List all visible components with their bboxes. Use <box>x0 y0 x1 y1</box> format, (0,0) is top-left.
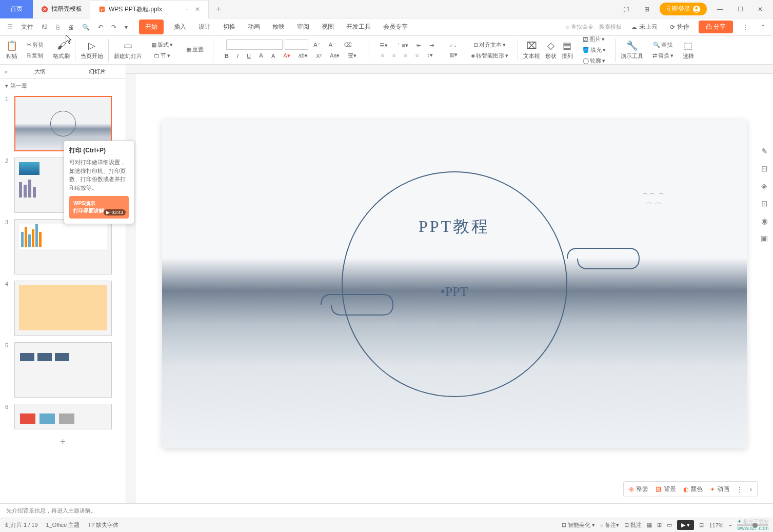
add-tab-button[interactable]: + <box>209 5 228 14</box>
animation-button[interactable]: ✦ 动画 <box>710 485 729 494</box>
float-more-icon[interactable]: ⋮ <box>737 486 743 493</box>
smart-art-button[interactable]: ◈ 转智能图形▾ <box>468 51 511 61</box>
underline-icon[interactable]: U <box>244 52 254 60</box>
menu-icon[interactable]: ☰ <box>4 22 16 33</box>
indent-right-icon[interactable]: ⇥ <box>426 41 437 50</box>
cloud-status[interactable]: ☁ 未上云 <box>628 21 661 33</box>
tab-review[interactable]: 审阅 <box>295 19 311 34</box>
font-family-select[interactable] <box>226 40 283 50</box>
align-right-icon[interactable]: ≡ <box>401 51 410 59</box>
panel-collapse-icon[interactable]: « <box>0 68 12 75</box>
login-button[interactable]: 立即登录 <box>660 3 707 15</box>
rail-tools-icon[interactable]: ▣ <box>761 234 768 243</box>
italic-icon[interactable]: I <box>234 52 242 60</box>
tab-view[interactable]: 视图 <box>320 19 336 34</box>
home-tab[interactable]: 首页 <box>0 0 33 18</box>
cut-button[interactable]: ✂ 剪切 <box>24 40 47 50</box>
font-size-select[interactable] <box>285 40 308 50</box>
undo-icon[interactable]: ↶ <box>95 22 106 33</box>
zoom-out-icon[interactable]: − <box>729 522 732 528</box>
line-spacing-icon[interactable]: ↕▾ <box>424 51 436 60</box>
outline-tab[interactable]: 大纲 <box>12 65 69 78</box>
color-button[interactable]: ◐ 颜色 <box>683 485 703 494</box>
slideshow-play-button[interactable]: ▶ ▾ <box>677 520 694 530</box>
tab-member[interactable]: 会员专享 <box>381 19 410 34</box>
app-grid-icon[interactable]: ⊞ <box>640 4 653 15</box>
reading-mode-icon[interactable]: ⫿1 <box>619 4 634 15</box>
rail-style-icon[interactable]: ✎ <box>761 147 768 156</box>
slide-thumbnail-3[interactable]: 3 <box>0 216 126 278</box>
tab-dev[interactable]: 开发工具 <box>344 19 373 34</box>
notes-toggle[interactable]: ≡ 备注▾ <box>600 521 619 529</box>
slide-thumbnail-5[interactable]: 5 <box>0 339 126 401</box>
slide-thumbnail-6[interactable]: 6 <box>0 401 126 432</box>
start-current-button[interactable]: ▷当页开始 <box>78 39 105 61</box>
superscript-icon[interactable]: X² <box>313 52 325 60</box>
columns-icon[interactable]: ▥▾ <box>446 50 461 59</box>
select-button[interactable]: ⬚选择 <box>681 39 696 61</box>
template-tab[interactable]: 找稻壳模板 <box>33 0 90 18</box>
zoom-level[interactable]: 117% <box>709 522 723 528</box>
slides-tab[interactable]: 幻灯片 <box>69 65 126 78</box>
view-sorter-icon[interactable]: ⊞ <box>657 522 662 528</box>
increase-font-icon[interactable]: A⁺ <box>310 41 323 49</box>
more-icon[interactable]: ⋮ <box>739 22 751 33</box>
clear-format-icon[interactable]: ⌫ <box>341 41 355 49</box>
suite-button[interactable]: ⊕ 整套 <box>629 485 648 494</box>
slide-canvas[interactable]: ⌒⌒ ⌒ ⌒ ⌒ PPT教程 •PPT <box>162 120 747 448</box>
bold-icon[interactable]: B <box>222 52 232 60</box>
arrange-button[interactable]: ▤排列 <box>560 39 575 61</box>
change-case-icon[interactable]: Aa▾ <box>327 51 343 60</box>
picture-button[interactable]: 🖼 图片▾ <box>580 34 608 44</box>
rail-material-icon[interactable]: ⊡ <box>761 199 768 208</box>
fill-button[interactable]: 🪣 填充▾ <box>579 45 609 55</box>
shadow-icon[interactable]: A <box>268 52 278 60</box>
tab-dropdown-icon[interactable]: ▫ <box>186 6 188 13</box>
align-left-icon[interactable]: ≡ <box>378 51 387 59</box>
maximize-icon[interactable]: ☐ <box>734 4 747 15</box>
notes-bar[interactable]: 先介绍背景信息，再进入主题讲解。 <box>0 503 773 518</box>
reset-button[interactable]: ▦ 重置 <box>183 45 207 54</box>
view-normal-icon[interactable]: ▦ <box>647 522 652 528</box>
print-preview-icon[interactable]: 🔍 <box>79 22 93 33</box>
align-center-icon[interactable]: ≡ <box>389 51 399 59</box>
paste-button[interactable]: 📋粘贴 <box>4 39 19 61</box>
section-button[interactable]: 🗀 节▾ <box>151 51 173 61</box>
slide-title-text[interactable]: PPT教程 <box>419 215 490 238</box>
slide-editor[interactable]: a1 a1 ⌒⌒ ⌒ ⌒ ⌒ PPT教程 •PPT ⊕ 整套 🖼 背景 ◐ 颜色… <box>135 74 773 503</box>
collapse-ribbon-icon[interactable]: ⌃ <box>758 22 769 33</box>
tab-slideshow[interactable]: 放映 <box>270 19 287 34</box>
tab-close-icon[interactable]: ✕ <box>195 6 200 13</box>
numbering-icon[interactable]: ⋮≡▾ <box>393 41 411 50</box>
tab-animation[interactable]: 动画 <box>246 19 262 34</box>
document-tab[interactable]: P WPS PPT教程.pptx ▫ ✕ <box>90 0 209 18</box>
layout-button[interactable]: ▦ 版式▾ <box>148 40 176 50</box>
rail-template-icon[interactable]: ◈ <box>761 182 767 191</box>
float-expand-icon[interactable]: › <box>750 486 752 493</box>
tab-design[interactable]: 设计 <box>196 19 213 34</box>
redo-icon[interactable]: ↷ <box>108 22 120 33</box>
tab-insert[interactable]: 插入 <box>172 19 188 34</box>
shape-button[interactable]: ◇形状 <box>543 39 559 61</box>
share-button[interactable]: 凸 分享 <box>699 21 733 33</box>
section-header[interactable]: ▾ 第一章 <box>0 79 126 93</box>
font-color-icon[interactable]: A▾ <box>280 51 293 60</box>
background-button[interactable]: 🖼 背景 <box>656 485 676 494</box>
command-search[interactable]: ⌕ 查找命令、搜索模板 <box>566 23 622 31</box>
replace-button[interactable]: ⇄ 替换▾ <box>649 51 677 61</box>
file-menu[interactable]: 文件 <box>18 21 36 33</box>
slide-thumbnail-4[interactable]: 4 <box>0 278 126 339</box>
comments-toggle[interactable]: ⊡ 批注 <box>624 521 642 529</box>
strike-icon[interactable]: A̶ <box>256 51 266 60</box>
missing-font-indicator[interactable]: T? 缺失字体 <box>88 521 118 529</box>
rail-beautify-icon[interactable]: ⊟ <box>761 164 768 173</box>
presenter-tools-button[interactable]: 🔧演示工具 <box>619 39 645 61</box>
print-icon[interactable]: 🖨 <box>65 22 77 33</box>
highlight-icon[interactable]: ab▾ <box>295 51 311 60</box>
format-painter-button[interactable]: 🖌格式刷 <box>51 40 72 61</box>
slide-subtitle-text[interactable]: •PPT <box>441 284 468 300</box>
textbox-button[interactable]: ⌧文本框 <box>521 39 542 61</box>
save-icon[interactable]: 🖫 <box>38 22 51 33</box>
text-direction-icon[interactable]: ⟀▾ <box>447 41 460 49</box>
copy-button[interactable]: ⎘ 复制 <box>24 51 46 61</box>
